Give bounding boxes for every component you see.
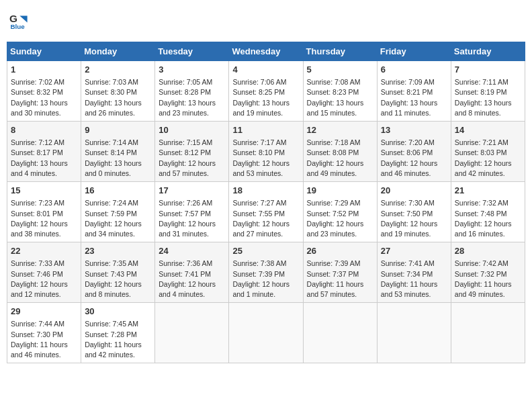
calendar-day-cell: 12Sunrise: 7:18 AM Sunset: 8:08 PM Dayli… (303, 122, 377, 182)
day-number: 1 (11, 64, 77, 76)
calendar-day-cell (229, 303, 303, 363)
calendar-week-row: 15Sunrise: 7:23 AM Sunset: 8:01 PM Dayli… (7, 182, 525, 242)
day-number: 12 (307, 124, 373, 136)
calendar-day-cell: 24Sunrise: 7:36 AM Sunset: 7:41 PM Dayli… (155, 242, 229, 303)
calendar-day-cell (303, 303, 377, 363)
weekday-row: SundayMondayTuesdayWednesdayThursdayFrid… (7, 42, 525, 61)
day-number: 25 (232, 245, 299, 257)
calendar-day-cell (451, 303, 525, 363)
day-info: Sunrise: 7:12 AM Sunset: 8:17 PM Dayligh… (11, 138, 77, 179)
calendar-day-cell: 27Sunrise: 7:41 AM Sunset: 7:34 PM Dayli… (377, 242, 451, 303)
day-info: Sunrise: 7:02 AM Sunset: 8:32 PM Dayligh… (11, 77, 77, 118)
calendar-day-cell: 18Sunrise: 7:27 AM Sunset: 7:55 PM Dayli… (229, 182, 303, 242)
calendar-day-cell: 28Sunrise: 7:42 AM Sunset: 7:32 PM Dayli… (451, 242, 525, 303)
logo: G Blue (9, 12, 30, 31)
day-number: 10 (159, 124, 225, 136)
day-info: Sunrise: 7:42 AM Sunset: 7:32 PM Dayligh… (455, 259, 521, 300)
weekday-header: Monday (81, 42, 155, 61)
weekday-header: Sunday (7, 42, 81, 61)
calendar-day-cell (377, 303, 451, 363)
day-number: 8 (11, 124, 77, 136)
day-number: 29 (11, 306, 77, 318)
day-info: Sunrise: 7:17 AM Sunset: 8:10 PM Dayligh… (232, 138, 299, 179)
calendar-table: SundayMondayTuesdayWednesdayThursdayFrid… (7, 42, 525, 363)
day-number: 23 (85, 245, 151, 257)
weekday-header: Wednesday (229, 42, 303, 61)
day-number: 19 (307, 185, 373, 197)
day-info: Sunrise: 7:15 AM Sunset: 8:12 PM Dayligh… (159, 138, 225, 179)
calendar-week-row: 8Sunrise: 7:12 AM Sunset: 8:17 PM Daylig… (7, 122, 525, 182)
day-info: Sunrise: 7:41 AM Sunset: 7:34 PM Dayligh… (381, 259, 447, 300)
calendar-day-cell: 30Sunrise: 7:45 AM Sunset: 7:28 PM Dayli… (81, 303, 155, 363)
day-number: 22 (11, 245, 77, 257)
calendar-day-cell: 8Sunrise: 7:12 AM Sunset: 8:17 PM Daylig… (7, 122, 81, 182)
day-info: Sunrise: 7:33 AM Sunset: 7:46 PM Dayligh… (11, 259, 77, 300)
day-info: Sunrise: 7:08 AM Sunset: 8:23 PM Dayligh… (307, 77, 373, 118)
calendar-day-cell: 26Sunrise: 7:39 AM Sunset: 7:37 PM Dayli… (303, 242, 377, 303)
calendar-day-cell: 25Sunrise: 7:38 AM Sunset: 7:39 PM Dayli… (229, 242, 303, 303)
day-number: 11 (232, 124, 299, 136)
calendar-day-cell: 14Sunrise: 7:21 AM Sunset: 8:03 PM Dayli… (451, 122, 525, 182)
weekday-header: Tuesday (155, 42, 229, 61)
day-info: Sunrise: 7:09 AM Sunset: 8:21 PM Dayligh… (381, 77, 447, 118)
calendar-day-cell: 15Sunrise: 7:23 AM Sunset: 8:01 PM Dayli… (7, 182, 81, 242)
day-number: 5 (307, 64, 373, 76)
day-info: Sunrise: 7:20 AM Sunset: 8:06 PM Dayligh… (381, 138, 447, 179)
calendar-week-row: 29Sunrise: 7:44 AM Sunset: 7:30 PM Dayli… (7, 303, 525, 363)
day-info: Sunrise: 7:44 AM Sunset: 7:30 PM Dayligh… (11, 319, 77, 360)
weekday-header: Saturday (451, 42, 525, 61)
day-info: Sunrise: 7:32 AM Sunset: 7:48 PM Dayligh… (455, 198, 521, 239)
day-number: 2 (85, 64, 151, 76)
calendar-week-row: 1Sunrise: 7:02 AM Sunset: 8:32 PM Daylig… (7, 61, 525, 122)
day-info: Sunrise: 7:36 AM Sunset: 7:41 PM Dayligh… (159, 259, 225, 300)
day-number: 15 (11, 185, 77, 197)
calendar-day-cell: 17Sunrise: 7:26 AM Sunset: 7:57 PM Dayli… (155, 182, 229, 242)
calendar-day-cell: 16Sunrise: 7:24 AM Sunset: 7:59 PM Dayli… (81, 182, 155, 242)
day-number: 16 (85, 185, 151, 197)
calendar-day-cell: 21Sunrise: 7:32 AM Sunset: 7:48 PM Dayli… (451, 182, 525, 242)
day-info: Sunrise: 7:26 AM Sunset: 7:57 PM Dayligh… (159, 198, 225, 239)
weekday-header: Friday (377, 42, 451, 61)
calendar-week-row: 22Sunrise: 7:33 AM Sunset: 7:46 PM Dayli… (7, 242, 525, 303)
day-info: Sunrise: 7:18 AM Sunset: 8:08 PM Dayligh… (307, 138, 373, 179)
day-info: Sunrise: 7:11 AM Sunset: 8:19 PM Dayligh… (455, 77, 521, 118)
day-number: 21 (455, 185, 521, 197)
svg-marker-1 (19, 16, 27, 23)
day-info: Sunrise: 7:21 AM Sunset: 8:03 PM Dayligh… (455, 138, 521, 179)
day-info: Sunrise: 7:03 AM Sunset: 8:30 PM Dayligh… (85, 77, 151, 118)
day-number: 17 (159, 185, 225, 197)
svg-text:Blue: Blue (10, 23, 25, 30)
day-number: 6 (381, 64, 447, 76)
day-number: 4 (232, 64, 299, 76)
calendar-day-cell: 10Sunrise: 7:15 AM Sunset: 8:12 PM Dayli… (155, 122, 229, 182)
calendar-day-cell: 3Sunrise: 7:05 AM Sunset: 8:28 PM Daylig… (155, 61, 229, 122)
day-number: 27 (381, 245, 447, 257)
day-info: Sunrise: 7:45 AM Sunset: 7:28 PM Dayligh… (85, 319, 151, 360)
calendar-day-cell: 20Sunrise: 7:30 AM Sunset: 7:50 PM Dayli… (377, 182, 451, 242)
day-info: Sunrise: 7:38 AM Sunset: 7:39 PM Dayligh… (232, 259, 299, 300)
calendar-day-cell: 4Sunrise: 7:06 AM Sunset: 8:25 PM Daylig… (229, 61, 303, 122)
day-info: Sunrise: 7:05 AM Sunset: 8:28 PM Dayligh… (159, 77, 225, 118)
day-number: 3 (159, 64, 225, 76)
day-info: Sunrise: 7:39 AM Sunset: 7:37 PM Dayligh… (307, 259, 373, 300)
day-number: 18 (232, 185, 299, 197)
calendar-day-cell (155, 303, 229, 363)
day-number: 9 (85, 124, 151, 136)
day-info: Sunrise: 7:24 AM Sunset: 7:59 PM Dayligh… (85, 198, 151, 239)
day-info: Sunrise: 7:23 AM Sunset: 8:01 PM Dayligh… (11, 198, 77, 239)
calendar-day-cell: 19Sunrise: 7:29 AM Sunset: 7:52 PM Dayli… (303, 182, 377, 242)
calendar-day-cell: 22Sunrise: 7:33 AM Sunset: 7:46 PM Dayli… (7, 242, 81, 303)
day-number: 24 (159, 245, 225, 257)
calendar-day-cell: 5Sunrise: 7:08 AM Sunset: 8:23 PM Daylig… (303, 61, 377, 122)
day-number: 13 (381, 124, 447, 136)
logo-icon: G Blue (9, 12, 28, 31)
calendar-header: SundayMondayTuesdayWednesdayThursdayFrid… (7, 42, 525, 61)
weekday-header: Thursday (303, 42, 377, 61)
calendar-day-cell: 9Sunrise: 7:14 AM Sunset: 8:14 PM Daylig… (81, 122, 155, 182)
day-number: 20 (381, 185, 447, 197)
calendar-day-cell: 29Sunrise: 7:44 AM Sunset: 7:30 PM Dayli… (7, 303, 81, 363)
calendar-day-cell: 1Sunrise: 7:02 AM Sunset: 8:32 PM Daylig… (7, 61, 81, 122)
day-number: 30 (85, 306, 151, 318)
day-info: Sunrise: 7:27 AM Sunset: 7:55 PM Dayligh… (232, 198, 299, 239)
day-number: 28 (455, 245, 521, 257)
